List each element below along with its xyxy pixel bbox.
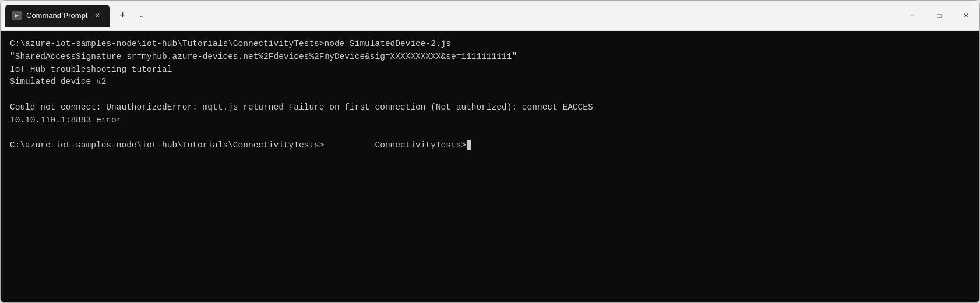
tab-close-button[interactable]: ✕ [92, 10, 103, 21]
terminal-line: IoT Hub troubleshooting tutorial [10, 64, 970, 76]
terminal-window: Command Prompt ✕ + ⌄ − □ ✕ C:\azure-iot-… [0, 0, 980, 303]
terminal-body[interactable]: C:\azure-iot-samples-node\iot-hub\Tutori… [1, 31, 979, 302]
window-controls: − □ ✕ [899, 1, 979, 30]
tab-label: Command Prompt [26, 11, 87, 20]
terminal-prompt-line: C:\azure-iot-samples-node\iot-hub\Tutori… [10, 139, 970, 152]
active-tab[interactable]: Command Prompt ✕ [5, 5, 110, 27]
terminal-line-empty [10, 89, 970, 101]
close-button[interactable]: ✕ [953, 1, 979, 30]
terminal-line: 10.10.110.1:8883 error [10, 114, 970, 127]
terminal-icon [12, 11, 22, 20]
maximize-button[interactable]: □ [926, 1, 953, 30]
new-tab-button[interactable]: + [113, 6, 132, 25]
title-bar: Command Prompt ✕ + ⌄ − □ ✕ [1, 1, 979, 31]
terminal-line: "SharedAccessSignature sr=myhub.azure-de… [10, 51, 970, 64]
terminal-line: Could not connect: UnauthorizedError: mq… [10, 101, 970, 114]
terminal-line: Simulated device #2 [10, 76, 970, 89]
tab-area: Command Prompt ✕ + ⌄ [5, 1, 899, 30]
tab-dropdown-button[interactable]: ⌄ [133, 8, 149, 24]
terminal-line: C:\azure-iot-samples-node\iot-hub\Tutori… [10, 38, 970, 51]
terminal-line-empty [10, 126, 970, 139]
cursor [467, 140, 471, 150]
minimize-button[interactable]: − [899, 1, 926, 30]
